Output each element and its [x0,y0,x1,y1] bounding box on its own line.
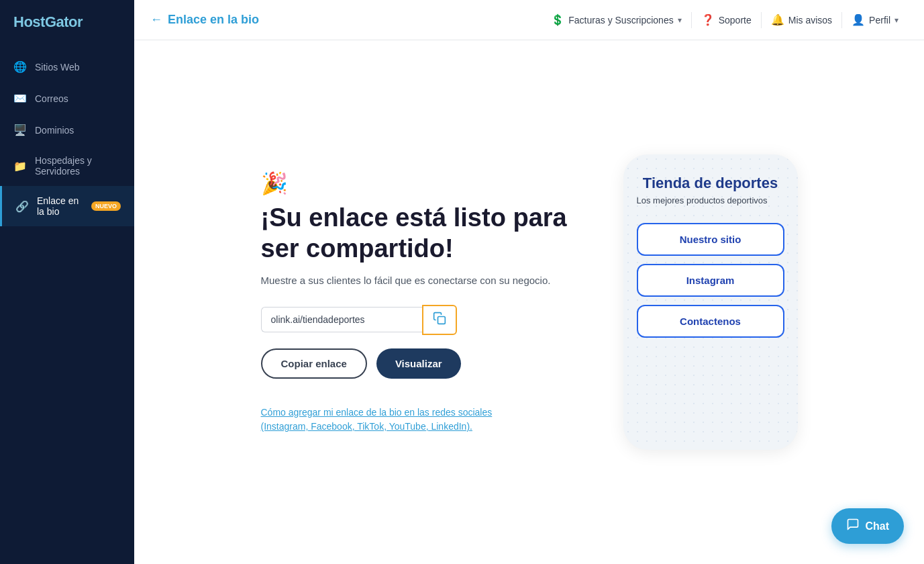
globe-icon: 🌐 [13,60,27,73]
notices-label: Mis avisos [788,15,832,26]
content-inner: 🎉 ¡Su enlace está listo para ser compart… [161,154,897,450]
sidebar-item-label: Enlace en la bio [37,195,81,217]
billing-label: Facturas y Suscripciones [568,15,673,26]
subtitle-text: Muestre a sus clientes lo fácil que es c… [261,273,570,289]
sidebar: HostGator 🌐 Sitios Web ✉️ Correos 🖥️ Dom… [0,0,134,564]
sidebar-item-dominios[interactable]: 🖥️ Dominios [0,114,134,146]
question-icon: ❓ [701,13,715,26]
mail-icon: ✉️ [13,92,27,105]
phone-title: Tienda de deportes [643,175,778,192]
copy-link-button[interactable]: Copiar enlace [261,348,367,379]
clipboard-icon [433,312,446,328]
support-button[interactable]: ❓ Soporte [692,0,761,40]
url-input-row [261,305,570,335]
phone-btn-contactenos[interactable]: Contactenos [637,305,784,338]
sidebar-item-enlace-bio[interactable]: 🔗 Enlace en la bio NUEVO [0,186,134,226]
sidebar-item-label: Dominios [35,125,74,136]
link-icon: 🔗 [15,200,29,213]
back-arrow-icon: ← [150,13,162,27]
back-label: Enlace en la bio [168,13,259,27]
back-button[interactable]: ← Enlace en la bio [150,13,259,27]
sidebar-item-correos[interactable]: ✉️ Correos [0,83,134,114]
profile-chevron-icon: ▾ [894,15,899,25]
sidebar-item-label: Sitios Web [35,62,80,73]
chevron-down-icon: ▾ [678,15,682,25]
phone-subtitle: Los mejores productos deportivos [637,195,784,207]
billing-icon: 💲 [551,13,564,26]
sidebar-item-hospedajes[interactable]: 📁 Hospedajes y Servidores [0,146,134,186]
chat-icon [846,518,860,534]
sidebar-item-label: Correos [35,93,68,104]
profile-label: Perfil [869,15,890,26]
action-buttons: Copiar enlace Visualizar [261,348,570,379]
info-link[interactable]: Cómo agregar mi enlace de la bio en las … [261,406,516,434]
topbar: ← Enlace en la bio 💲 Facturas y Suscripc… [134,0,924,40]
bell-icon: 🔔 [771,13,784,26]
notices-button[interactable]: 🔔 Mis avisos [762,0,841,40]
support-label: Soporte [719,15,752,26]
new-badge: NUEVO [91,201,121,211]
page-title: ¡Su enlace está listo para ser compartid… [261,203,570,264]
sidebar-item-sitios-web[interactable]: 🌐 Sitios Web [0,51,134,83]
url-input[interactable] [261,307,422,332]
chat-button[interactable]: Chat [831,508,904,544]
folder-icon: 📁 [13,160,27,173]
phone-btn-nuestro-sitio[interactable]: Nuestro sitio [637,223,784,256]
chat-label: Chat [865,520,889,532]
svg-rect-0 [438,316,445,324]
party-emoji: 🎉 [261,171,570,196]
phone-mockup: Tienda de deportes Los mejores productos… [623,154,798,450]
copy-icon-button[interactable] [422,305,457,335]
phone-btn-instagram[interactable]: Instagram [637,264,784,297]
sidebar-nav: 🌐 Sitios Web ✉️ Correos 🖥️ Dominios 📁 Ho… [0,51,134,226]
content: 🎉 ¡Su enlace está listo para ser compart… [134,40,924,564]
sidebar-item-label: Hospedajes y Servidores [35,155,121,177]
left-panel: 🎉 ¡Su enlace está listo para ser compart… [261,171,570,434]
logo: HostGator [0,0,134,44]
visualize-button[interactable]: Visualizar [376,348,461,379]
user-icon: 👤 [852,13,865,26]
billing-button[interactable]: 💲 Facturas y Suscripciones ▾ [542,0,690,40]
main-area: ← Enlace en la bio 💲 Facturas y Suscripc… [134,0,924,564]
monitor-icon: 🖥️ [13,124,27,136]
profile-button[interactable]: 👤 Perfil ▾ [842,0,908,40]
